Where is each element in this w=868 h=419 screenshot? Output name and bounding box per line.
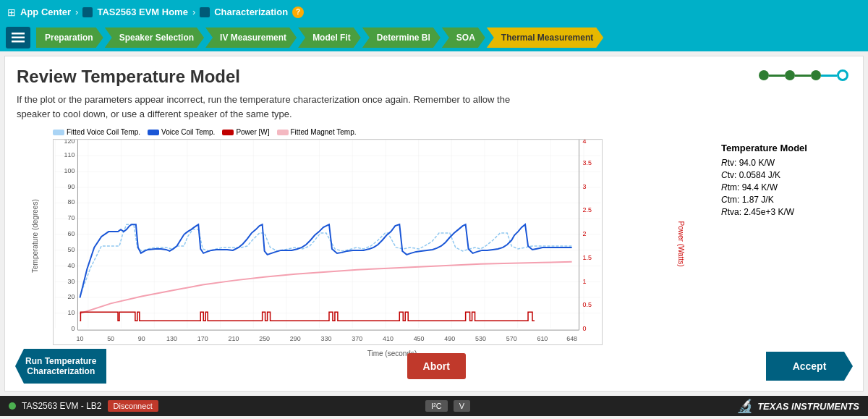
svg-text:110: 110 — [64, 151, 75, 158]
hamburger-icon — [12, 33, 25, 43]
legend-color-fitted-mag — [277, 130, 289, 135]
ti-brand: TEXAS INSTRUMENTS — [757, 401, 859, 412]
legend-vc: Voice Coil Temp. — [148, 128, 215, 136]
step-soa[interactable]: SOA — [442, 27, 485, 48]
progress-dots — [759, 69, 848, 81]
temp-model-ctm: Ctm: 1.87 J/K — [721, 195, 851, 205]
svg-text:50: 50 — [107, 335, 114, 342]
svg-text:3: 3 — [583, 183, 587, 190]
svg-text:290: 290 — [290, 335, 301, 342]
dot-2 — [785, 70, 795, 80]
legend-label-fitted-mag: Fitted Magnet Temp. — [291, 128, 357, 136]
home-icon — [82, 7, 93, 17]
svg-text:120: 120 — [64, 139, 75, 145]
dot-line-3 — [821, 75, 837, 77]
step-model-fit[interactable]: Model Fit — [298, 27, 361, 48]
connection-dot — [9, 402, 16, 410]
characterization-label[interactable]: Characterization — [214, 7, 288, 17]
svg-text:3.5: 3.5 — [583, 159, 592, 166]
top-bar: ⊞ App Center › TAS2563 EVM Home › Charac… — [0, 0, 868, 24]
temp-model-panel: Temperature Model Rtv: 94.0 K/W Ctv: 0.0… — [721, 128, 851, 357]
dot-line-1 — [769, 75, 785, 77]
svg-text:90: 90 — [68, 183, 75, 190]
temp-model-ctv: Ctv: 0.0584 J/K — [721, 170, 851, 180]
chart-svg: 0 10 20 30 40 50 60 70 80 90 100 110 120 — [53, 139, 603, 345]
device-name: TAS2563 EVM - LB2 — [22, 401, 102, 411]
svg-text:330: 330 — [321, 335, 332, 342]
svg-text:1: 1 — [583, 278, 587, 285]
svg-text:250: 250 — [259, 335, 270, 342]
ti-logo-icon: 🔬 — [737, 398, 753, 414]
step-speaker-selection[interactable]: Speaker Selection — [105, 27, 204, 48]
svg-text:1.5: 1.5 — [583, 254, 592, 261]
y-axis-right-label: Power (Watts) — [677, 215, 685, 273]
svg-text:210: 210 — [228, 335, 239, 342]
chart-legend: Fitted Voice Coil Temp. Voice Coil Temp.… — [17, 128, 710, 136]
svg-rect-1 — [12, 37, 25, 39]
status-bar: TAS2563 EVM - LB2 Disconnect I²C V 🔬 TEX… — [0, 396, 868, 416]
svg-text:610: 610 — [537, 335, 548, 342]
abort-button[interactable]: Abort — [407, 353, 466, 379]
step-determine-bl[interactable]: Determine Bl — [362, 27, 441, 48]
chart-wrap: Fitted Voice Coil Temp. Voice Coil Temp.… — [17, 128, 710, 357]
v-badge: V — [454, 400, 470, 412]
legend-color-vc — [148, 130, 159, 135]
status-left: TAS2563 EVM - LB2 Disconnect — [9, 400, 158, 412]
svg-text:648: 648 — [566, 335, 577, 342]
legend-label-vc: Voice Coil Temp. — [161, 128, 215, 136]
step-preparation[interactable]: Preparation — [36, 27, 103, 48]
svg-text:410: 410 — [383, 335, 393, 342]
disconnect-button[interactable]: Disconnect — [108, 400, 158, 412]
svg-text:370: 370 — [352, 335, 362, 342]
svg-text:490: 490 — [444, 335, 455, 342]
breadcrumb-sep-2: › — [192, 7, 195, 17]
page-title: Review Temperature Model — [17, 67, 851, 87]
svg-text:80: 80 — [68, 198, 75, 206]
dot-line-2 — [795, 75, 811, 77]
svg-text:40: 40 — [68, 262, 75, 269]
legend-color-power — [222, 130, 234, 135]
y-axis-label: Temperature (degrees) — [31, 215, 39, 273]
run-characterization-button[interactable]: Run TemperatureCharacterization — [15, 349, 106, 384]
char-icon — [200, 7, 210, 17]
temp-model-rtv: Rtv: 94.0 K/W — [721, 158, 851, 168]
dot-4-active — [837, 69, 848, 81]
help-badge[interactable]: ? — [292, 7, 304, 18]
accept-button[interactable]: Accept — [766, 352, 853, 381]
menu-button[interactable] — [6, 27, 30, 48]
temp-model-title: Temperature Model — [721, 143, 851, 153]
svg-text:130: 130 — [166, 335, 177, 342]
legend-color-fitted-vc — [53, 130, 64, 135]
svg-text:90: 90 — [138, 335, 145, 342]
temp-model-rtm: Rtm: 94.4 K/W — [721, 182, 851, 192]
svg-text:2: 2 — [583, 230, 587, 237]
step-thermal-measurement[interactable]: Thermal Measurement — [487, 27, 603, 48]
home-label[interactable]: TAS2563 EVM Home — [97, 7, 187, 17]
legend-power: Power [W] — [222, 128, 269, 136]
description: If the plot or the parameters appear inc… — [17, 93, 851, 121]
svg-text:0: 0 — [72, 325, 75, 332]
svg-text:450: 450 — [414, 335, 425, 342]
svg-text:30: 30 — [68, 278, 75, 285]
dot-3 — [811, 70, 821, 80]
svg-text:2.5: 2.5 — [583, 206, 592, 213]
legend-label-power: Power [W] — [236, 128, 269, 136]
svg-text:100: 100 — [64, 167, 75, 174]
svg-text:10: 10 — [76, 335, 83, 342]
legend-fitted-vc: Fitted Voice Coil Temp. — [53, 128, 140, 136]
svg-text:170: 170 — [197, 335, 208, 342]
grid-icon: ⊞ — [7, 7, 16, 18]
step-iv-measurement[interactable]: IV Measurement — [205, 27, 297, 48]
breadcrumb-sep-1: › — [75, 7, 78, 17]
app-center-label[interactable]: App Center — [20, 7, 71, 17]
svg-text:530: 530 — [475, 335, 486, 342]
svg-text:10: 10 — [68, 309, 75, 316]
main-content: Review Temperature Model If the plot or … — [4, 56, 864, 392]
legend-label-fitted-vc: Fitted Voice Coil Temp. — [67, 128, 140, 136]
dot-1 — [759, 70, 769, 80]
i2c-badge: I²C — [425, 400, 448, 412]
nav-bar: Preparation Speaker Selection IV Measure… — [0, 24, 868, 51]
svg-text:20: 20 — [68, 293, 75, 300]
legend-fitted-mag: Fitted Magnet Temp. — [277, 128, 357, 136]
svg-rect-0 — [12, 33, 25, 35]
